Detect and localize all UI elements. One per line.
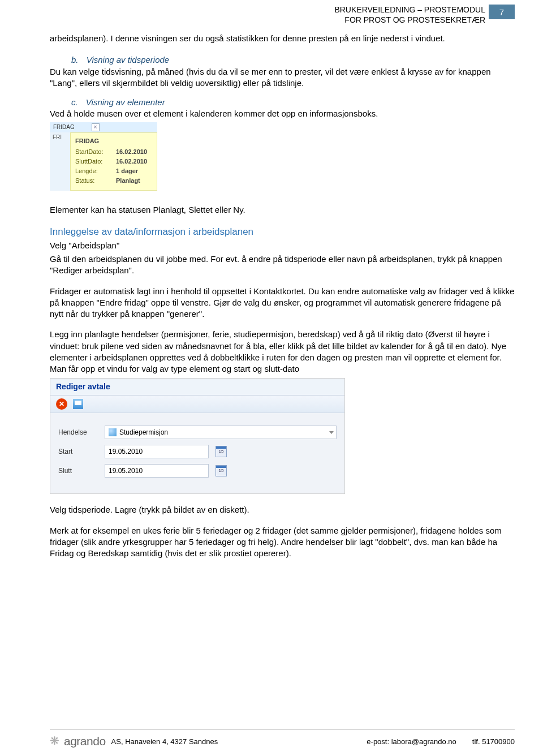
edit-dialog-figure: Rediger avtale Hendelse Studiepermisjon … (50, 378, 345, 494)
section-c-body: Ved å holde musen over et element i kale… (50, 108, 515, 119)
tooltip-label: StartDato: (75, 148, 116, 156)
intro-paragraph: arbeidsplanen). I denne visningen ser du… (50, 33, 515, 44)
date-input-start[interactable]: 19.05.2010 (105, 445, 209, 458)
section-b-heading: b. Visning av tidsperiode (71, 54, 515, 66)
section-b-title: Visning av tidsperiode (87, 55, 169, 65)
tooltip-header-bar: FRIDAG × (50, 122, 157, 132)
date-value: 19.05.2010 (109, 466, 143, 475)
tooltip-value: Planlagt (116, 177, 140, 185)
close-icon[interactable]: × (92, 123, 100, 131)
tooltip-row: SluttDato: 16.02.2010 (75, 157, 152, 166)
save-icon[interactable] (73, 399, 83, 409)
section-c-heading: c. Visning av elementer (71, 97, 515, 108)
tooltip-row: Status: Planlagt (75, 177, 152, 185)
footer-address: AS, Hanaveien 4, 4327 Sandnes (111, 737, 218, 746)
label-start: Start (58, 447, 98, 456)
tooltip-label: Status: (75, 177, 116, 185)
form-row-start: Start 19.05.2010 15 (58, 445, 337, 458)
cancel-icon[interactable] (56, 398, 67, 410)
list-letter-c: c. (71, 97, 78, 107)
page-number-badge: 7 (489, 5, 515, 19)
date-input-slutt[interactable]: 19.05.2010 (105, 464, 209, 478)
tooltip-header-label: FRIDAG (53, 123, 75, 131)
dropdown-hendelse[interactable]: Studiepermisjon (105, 426, 337, 439)
header-title: BRUKERVEILEDNING – PROSTEMODUL FOR PROST… (334, 5, 485, 25)
label-slutt: Slutt (58, 466, 98, 475)
tooltip-value: 16.02.2010 (116, 157, 147, 166)
tooltip-figure: FRIDAG × FRI FRIDAG StartDato: 16.02.201… (50, 122, 157, 191)
header-line1: BRUKERVEILEDNING – PROSTEMODUL (334, 5, 485, 15)
label-hendelse: Hendelse (58, 428, 98, 437)
tooltip-label: SluttDato: (75, 157, 116, 166)
date-value: 19.05.2010 (109, 447, 143, 456)
after-dialog-p2: Merk at for eksempel en ukes ferie blir … (50, 525, 515, 560)
tooltip-row: Lengde: 1 dager (75, 167, 152, 175)
calendar-icon[interactable]: 15 (216, 465, 227, 476)
page-header: BRUKERVEILEDNING – PROSTEMODUL FOR PROST… (334, 5, 515, 25)
dialog-toolbar (50, 396, 344, 413)
dropdown-value: Studiepermisjon (119, 428, 168, 437)
section-b-body: Du kan velge tidsvisning, på måned (hvis… (50, 66, 515, 89)
permission-icon (109, 428, 117, 436)
tooltip-row: StartDato: 16.02.2010 (75, 148, 152, 156)
innleggelse-heading: Innleggelse av data/informasjon i arbeid… (50, 226, 515, 239)
section-c-title: Visning av elementer (86, 97, 165, 107)
after-dialog-p1: Velg tidsperiode. Lagre (trykk på bildet… (50, 504, 515, 516)
document-page: BRUKERVEILEDNING – PROSTEMODUL FOR PROST… (0, 0, 543, 756)
footer-logo-text: agrando (64, 734, 106, 748)
document-body: arbeidsplanen). I denne visningen ser du… (50, 5, 515, 559)
innleggelse-p2: Gå til den arbeidsplanen du vil jobbe me… (50, 254, 515, 277)
after-tooltip-text: Elementer kan ha statusen Planlagt, Slet… (50, 204, 515, 216)
footer-phone: tlf. 51700900 (472, 737, 515, 746)
tooltip-label: Lengde: (75, 167, 116, 175)
tooltip-side-label: FRI (50, 132, 70, 191)
list-letter-b: b. (71, 55, 79, 65)
innleggelse-p3: Fridager er automatisk lagt inn i henhol… (50, 286, 515, 320)
page-footer: agrando AS, Hanaveien 4, 4327 Sandnes e-… (50, 729, 515, 748)
header-line2: FOR PROST OG PROSTESEKRETÆR (334, 15, 485, 25)
logo-icon (50, 736, 61, 747)
dialog-form: Hendelse Studiepermisjon Start 19.05.201… (50, 413, 344, 493)
innleggelse-p4: Legg inn planlagte hendelser (permisjone… (50, 329, 515, 375)
footer-email: e-post: labora@agrando.no (367, 737, 456, 746)
tooltip-value: 1 dager (116, 167, 138, 175)
calendar-icon[interactable]: 15 (216, 446, 227, 457)
tooltip-body: FRIDAG StartDato: 16.02.2010 SluttDato: … (70, 132, 157, 191)
chevron-down-icon (329, 431, 334, 434)
dialog-title: Rediger avtale (50, 379, 344, 396)
tooltip-title: FRIDAG (75, 137, 152, 145)
tooltip-value: 16.02.2010 (116, 148, 147, 156)
form-row-hendelse: Hendelse Studiepermisjon (58, 426, 337, 439)
footer-logo: agrando (50, 734, 106, 748)
innleggelse-p1: Velg "Arbeidsplan" (50, 240, 515, 251)
form-row-slutt: Slutt 19.05.2010 15 (58, 464, 337, 478)
